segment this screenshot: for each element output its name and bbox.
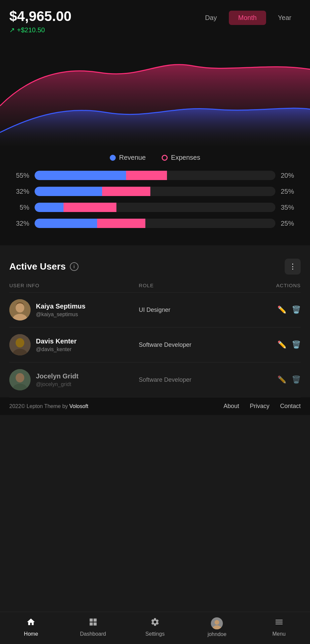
profile-avatar [211, 617, 223, 629]
user-row-1: Kaiya Septimus @kaiya_septimus UI Design… [9, 293, 301, 327]
chart-legend: Revenue Expenses [9, 146, 301, 168]
user-handle-2: @davis_kenter [36, 346, 77, 352]
settings-icon [150, 617, 160, 629]
delete-button-2[interactable]: 🗑️ [292, 340, 301, 349]
footer-about-link[interactable]: About [224, 403, 239, 410]
avatar-2 [9, 334, 31, 355]
revenue-dot [110, 155, 116, 161]
user-text-1: Kaiya Septimus @kaiya_septimus [36, 303, 85, 318]
user-actions-3: ✏️ 🗑️ [236, 375, 301, 384]
user-name-2: Davis Kenter [36, 337, 77, 345]
svg-point-4 [16, 338, 24, 347]
bar-blue-4 [35, 219, 97, 228]
bar-row-1: 55% 20% [9, 171, 301, 180]
bar-right-1: 20% [281, 172, 301, 179]
nav-dashboard[interactable]: Dashboard [80, 617, 106, 637]
info-icon[interactable]: i [70, 262, 78, 271]
user-row-2: Davis Kenter @davis_kenter Software Deve… [9, 327, 301, 362]
section-divider [0, 245, 310, 249]
edit-button-3[interactable]: ✏️ [277, 375, 286, 384]
period-year-button[interactable]: Year [269, 11, 301, 25]
nav-home[interactable]: Home [18, 617, 44, 637]
col-actions: ACTIONS [236, 283, 301, 288]
footer-contact-link[interactable]: Contact [280, 403, 301, 410]
user-role-2: Software Developer [139, 341, 236, 348]
period-selector: Day Month Year [196, 11, 301, 25]
menu-icon [274, 617, 284, 629]
nav-menu[interactable]: Menu [266, 617, 292, 637]
bar-right-3: 35% [281, 204, 301, 211]
bar-pink-3 [64, 203, 116, 212]
footer-links: About Privacy Contact [224, 403, 301, 410]
svg-point-10 [215, 620, 219, 625]
table-header: USER INFO ROLE ACTIONS [9, 283, 301, 293]
user-info-3: Jocelyn Gridt @jocelyn_gridt [9, 369, 139, 390]
nav-dashboard-label: Dashboard [80, 631, 106, 637]
more-options-button[interactable]: ⋮ [285, 259, 301, 275]
nav-profile-label: johndoe [208, 631, 227, 637]
amount-change: ↗ +$210.50 [9, 26, 72, 34]
user-handle-1: @kaiya_septimus [36, 312, 85, 318]
users-title: Active Users i [9, 261, 78, 272]
expenses-label: Expenses [171, 154, 200, 161]
users-section: Active Users i ⋮ USER INFO ROLE ACTIONS … [0, 249, 310, 397]
bar-blue-2 [35, 187, 102, 196]
bar-row-2: 32% 25% [9, 187, 301, 196]
bar-left-3: 5% [9, 204, 29, 211]
nav-settings[interactable]: Settings [142, 617, 168, 637]
users-title-text: Active Users [9, 261, 66, 272]
nav-settings-label: Settings [145, 631, 165, 637]
bottom-nav: Home Dashboard Settings johndoe [0, 612, 310, 644]
nav-profile[interactable]: johndoe [204, 617, 230, 637]
period-day-button[interactable]: Day [196, 11, 226, 25]
footer-bar: 2022© Lepton Theme by Volosoft About Pri… [0, 397, 310, 415]
dashboard-icon [88, 617, 98, 629]
bar-row-4: 32% 25% [9, 219, 301, 228]
bar-blue-1 [35, 171, 126, 180]
user-info-1: Kaiya Septimus @kaiya_septimus [9, 299, 139, 321]
bar-track-1 [35, 171, 275, 180]
bar-right-4: 25% [281, 220, 301, 227]
bar-left-2: 32% [9, 188, 29, 195]
user-role-1: UI Designer [139, 307, 236, 314]
bar-left-1: 55% [9, 172, 29, 179]
wave-chart [0, 39, 310, 146]
bar-right-2: 25% [281, 188, 301, 195]
bars-section: 55% 20% 32% 25% 5% 35% 32% 25% [0, 168, 310, 245]
expenses-dot [162, 155, 168, 161]
amount-block: $4,965.00 ↗ +$210.50 [9, 9, 72, 34]
user-actions-2: ✏️ 🗑️ [236, 340, 301, 349]
bar-pink-1 [126, 171, 167, 180]
period-month-button[interactable]: Month [229, 11, 266, 25]
legend-revenue: Revenue [110, 154, 146, 161]
user-text-2: Davis Kenter @davis_kenter [36, 337, 77, 352]
bar-track-4 [35, 219, 275, 228]
delete-button-3[interactable]: 🗑️ [292, 375, 301, 384]
users-header: Active Users i ⋮ [9, 259, 301, 275]
delete-button-1[interactable]: 🗑️ [292, 306, 301, 314]
legend-expenses: Expenses [162, 154, 200, 161]
user-name-3: Jocelyn Gridt [36, 372, 78, 380]
bar-blue-3 [35, 203, 64, 212]
user-actions-1: ✏️ 🗑️ [236, 306, 301, 314]
edit-button-2[interactable]: ✏️ [277, 340, 286, 349]
bar-row-3: 5% 35% [9, 203, 301, 212]
chart-header: $4,965.00 ↗ +$210.50 Day Month Year [9, 9, 301, 34]
user-name-1: Kaiya Septimus [36, 303, 85, 310]
nav-home-label: Home [24, 631, 38, 637]
revenue-label: Revenue [119, 154, 146, 161]
bar-pink-4 [97, 219, 145, 228]
user-text-3: Jocelyn Gridt @jocelyn_gridt [36, 372, 78, 387]
volosoft-link[interactable]: Volosoft [70, 403, 88, 409]
user-info-2: Davis Kenter @davis_kenter [9, 334, 139, 355]
edit-button-1[interactable]: ✏️ [277, 306, 286, 314]
footer-privacy-link[interactable]: Privacy [250, 403, 269, 410]
home-icon [26, 617, 36, 629]
user-handle-3: @jocelyn_gridt [36, 381, 78, 387]
user-role-3: Software Developer [139, 376, 236, 383]
nav-menu-label: Menu [272, 631, 286, 637]
change-value: +$210.50 [17, 26, 45, 34]
svg-point-1 [16, 303, 24, 313]
amount-value: $4,965.00 [9, 9, 72, 23]
avatar-1 [9, 299, 31, 321]
